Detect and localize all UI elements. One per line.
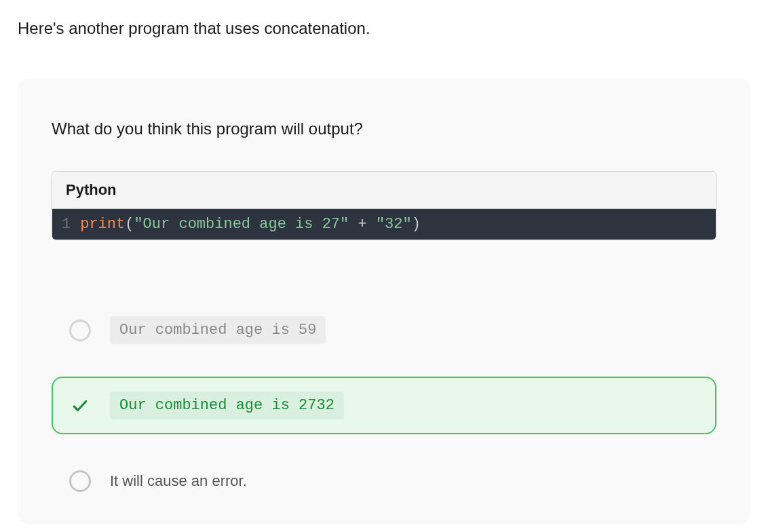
option-2-label: Our combined age is 2732	[110, 392, 344, 419]
question-card: What do you think this program will outp…	[18, 79, 750, 524]
code-token-string1: "Our combined age is 27"	[134, 216, 349, 233]
code-token-operator: +	[349, 216, 376, 233]
option-1-label: Our combined age is 59	[110, 316, 326, 344]
radio-icon	[69, 470, 91, 492]
option-1[interactable]: Our combined age is 59	[52, 301, 716, 359]
options-list: Our combined age is 59 Our combined age …	[52, 301, 716, 510]
intro-text: Here's another program that uses concate…	[18, 19, 768, 38]
check-icon	[69, 395, 91, 417]
option-3-label: It will cause an error.	[110, 467, 256, 495]
code-token-open-paren: (	[125, 216, 134, 233]
option-3[interactable]: It will cause an error.	[52, 452, 716, 510]
code-language-label: Python	[52, 172, 716, 209]
code-token-close-paren: )	[412, 216, 421, 233]
line-number: 1	[52, 216, 80, 233]
code-block: Python 1 print("Our combined age is 27" …	[52, 171, 716, 240]
code-token-fn: print	[80, 216, 125, 233]
code-content: print("Our combined age is 27" + "32")	[80, 216, 421, 233]
radio-icon	[69, 320, 91, 341]
option-2[interactable]: Our combined age is 2732	[52, 377, 716, 434]
code-token-string2: "32"	[376, 216, 412, 233]
code-body: 1 print("Our combined age is 27" + "32")	[52, 209, 716, 240]
question-text: What do you think this program will outp…	[52, 119, 716, 138]
